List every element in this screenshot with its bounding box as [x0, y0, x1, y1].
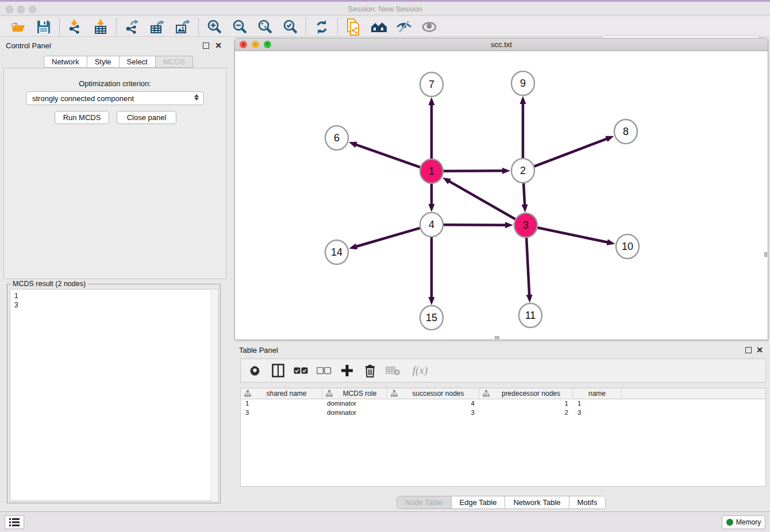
result-scrollbar[interactable]: [211, 290, 217, 501]
import-table-icon[interactable]: [92, 18, 109, 36]
select-all-columns-icon[interactable]: [294, 363, 309, 378]
table-cell[interactable]: dominator: [322, 408, 387, 418]
column-tree-icon: [483, 390, 490, 397]
node-label-6: 6: [334, 132, 340, 144]
column-header-predecessor-nodes[interactable]: predecessor nodes: [479, 388, 573, 399]
edge-4-14[interactable]: [356, 228, 420, 247]
save-session-icon[interactable]: [35, 18, 52, 36]
table-settings-gear-icon[interactable]: [248, 363, 263, 378]
tab-motifs[interactable]: Motifs: [569, 496, 606, 508]
control-panel-title: Control Panel: [6, 41, 51, 50]
column-tree-icon: [244, 390, 251, 397]
close-table-panel-icon[interactable]: ✕: [756, 347, 763, 353]
criterion-select[interactable]: strongly connected component: [26, 91, 204, 105]
zoom-fit-icon[interactable]: [256, 18, 274, 36]
float-panel-icon[interactable]: [203, 43, 209, 49]
network-window-titlebar[interactable]: x − + scc.txt: [235, 38, 768, 51]
create-column-icon[interactable]: [340, 363, 355, 378]
table-cell[interactable]: 3: [573, 408, 622, 418]
main-toolbar: [0, 17, 770, 37]
tab-node-table[interactable]: Node Table: [397, 496, 452, 508]
node-label-10: 10: [622, 241, 633, 252]
edge-3-11[interactable]: [526, 237, 529, 296]
new-network-from-selection-icon[interactable]: [345, 18, 362, 36]
export-table-icon[interactable]: [149, 18, 166, 36]
criterion-value: strongly connected component: [32, 94, 134, 103]
mcds-result-text[interactable]: 1 3: [10, 289, 218, 501]
edge-arrow-2-9: [520, 96, 526, 104]
zoom-in-icon[interactable]: [206, 18, 223, 36]
edge-arrow-1-2: [502, 168, 510, 174]
table-cell[interactable]: 2: [479, 408, 573, 418]
table-cell[interactable]: 1: [241, 399, 322, 408]
table-toolbar: f(x): [240, 358, 766, 383]
network-canvas[interactable]: 7968124314101511: [235, 51, 768, 340]
open-file-icon[interactable]: [10, 18, 27, 36]
edge-4-3[interactable]: [444, 225, 506, 225]
table-cell[interactable]: 3: [241, 408, 322, 418]
vertical-splitter-handle[interactable]: [764, 252, 767, 257]
delete-column-icon[interactable]: [363, 363, 378, 378]
column-header-label: MCDS role: [333, 390, 387, 398]
list-icon: [9, 518, 20, 526]
table-cell[interactable]: 4: [387, 399, 479, 408]
memory-button[interactable]: Memory: [722, 515, 765, 529]
edge-arrow-2-3: [522, 205, 528, 213]
tab-select[interactable]: Select: [120, 56, 156, 68]
toolbar-separator: [116, 18, 117, 36]
tab-network-table[interactable]: Network Table: [505, 496, 569, 508]
edge-arrow-2-8: [605, 136, 614, 142]
mcds-result-lines: 1 3: [14, 292, 18, 309]
edge-2-3[interactable]: [523, 183, 525, 206]
edge-3-1[interactable]: [448, 181, 515, 219]
column-header-MCDS-role[interactable]: MCDS role: [322, 388, 387, 399]
import-network-icon[interactable]: [67, 18, 84, 36]
run-mcds-button[interactable]: Run MCDS: [55, 111, 109, 124]
table-row-0[interactable]: 1dominator411: [241, 399, 765, 408]
export-image-icon[interactable]: [174, 18, 191, 36]
edge-1-2[interactable]: [444, 171, 503, 171]
edge-arrow-4-3: [505, 222, 513, 228]
edge-arrow-3-11: [526, 295, 533, 303]
tab-style[interactable]: Style: [87, 56, 120, 68]
edge-2-8[interactable]: [534, 138, 608, 166]
table-row-1[interactable]: 3dominator323: [241, 408, 765, 418]
hide-selected-icon[interactable]: [395, 18, 413, 36]
float-table-panel-icon[interactable]: [745, 347, 752, 353]
tab-mcds[interactable]: MCDS: [156, 56, 193, 68]
table-cell[interactable]: 3: [387, 408, 479, 418]
control-panel-header: Control Panel ✕: [0, 38, 230, 53]
show-columns-icon[interactable]: [271, 363, 286, 378]
zoom-out-icon[interactable]: [231, 18, 248, 36]
node-table[interactable]: shared nameMCDS rolesuccessor nodesprede…: [240, 388, 766, 487]
show-all-icon[interactable]: [421, 18, 438, 36]
node-label-11: 11: [525, 310, 536, 321]
first-neighbors-icon[interactable]: [370, 18, 387, 36]
table-cell[interactable]: 1: [479, 399, 573, 408]
zoom-selected-icon[interactable]: [282, 18, 299, 36]
tab-edge-table[interactable]: Edge Table: [452, 496, 506, 508]
node-label-2: 2: [520, 165, 526, 176]
export-network-icon[interactable]: [124, 18, 141, 36]
refresh-icon[interactable]: [313, 18, 330, 36]
close-panel-button[interactable]: Close panel: [117, 111, 176, 124]
node-label-14: 14: [331, 246, 342, 258]
column-header-successor-nodes[interactable]: successor nodes: [387, 388, 479, 399]
network-title: scc.txt: [235, 40, 768, 49]
close-panel-icon[interactable]: ✕: [215, 43, 222, 49]
edge-3-10[interactable]: [538, 228, 609, 242]
table-cell[interactable]: dominator: [322, 399, 387, 408]
optimization-criterion-label: Optimization criterion:: [4, 79, 226, 88]
control-panel-tabs: NetworkStyleSelectMCDS: [44, 56, 193, 68]
table-cell[interactable]: 1: [573, 399, 622, 408]
edge-1-6[interactable]: [355, 144, 420, 167]
column-header-name[interactable]: name: [573, 388, 622, 399]
unselect-all-columns-icon[interactable]: [317, 363, 332, 378]
node-label-1: 1: [429, 165, 434, 177]
toolbar-separator: [59, 18, 60, 36]
task-history-button[interactable]: [5, 515, 24, 529]
horizontal-splitter-handle[interactable]: [495, 336, 499, 339]
column-header-shared-name[interactable]: shared name: [241, 388, 322, 399]
tab-network[interactable]: Network: [44, 56, 87, 68]
mcds-panel: Optimization criterion: strongly connect…: [3, 68, 226, 279]
